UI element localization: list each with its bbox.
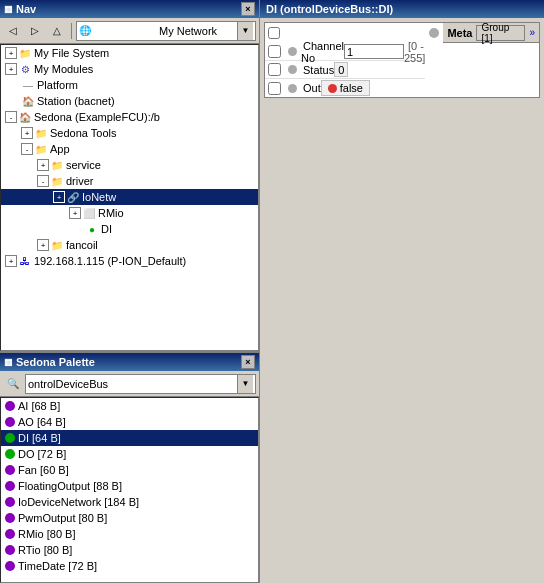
up-icon: △	[53, 25, 61, 36]
palette-list[interactable]: AI [68 B] AO [64 B] DI [64 B] DO [72 B] …	[0, 397, 259, 583]
tree-item-ip[interactable]: + 🖧 192.168.1.115 (P-ION_Default)	[1, 253, 258, 269]
toolbar-divider	[71, 23, 72, 39]
palette-item-pwmoutput[interactable]: PwmOutput [80 B]	[1, 510, 258, 526]
channelno-check-cell	[265, 45, 283, 58]
tree-toggle-mymod[interactable]: +	[5, 63, 17, 75]
expand-arrows[interactable]: »	[529, 27, 535, 38]
tree-item-service[interactable]: + 📁 service	[1, 157, 258, 173]
tree-item-platform[interactable]: — Platform	[1, 77, 258, 93]
palette-dot-timedate	[5, 561, 15, 571]
tree-label-sedonatools: Sedona Tools	[50, 127, 116, 139]
right-content: Meta Group [1] »	[260, 18, 544, 583]
tree-item-mymod[interactable]: + ⚙ My Modules	[1, 61, 258, 77]
tree-toggle-rmio[interactable]: +	[69, 207, 81, 219]
status-check-cell	[265, 63, 283, 76]
station-icon-station: 🏠	[21, 94, 35, 108]
palette-item-rtio[interactable]: RTio [80 B]	[1, 542, 258, 558]
tree-item-rmio[interactable]: + ⬜ RMio	[1, 205, 258, 221]
nav-section: ▦ Nav × ◁ ▷ △ 🌐 My Network ▼	[0, 0, 259, 353]
tree-item-sedona[interactable]: - 🏠 Sedona (ExampleFCU):/b	[1, 109, 258, 125]
tree-label-driver: driver	[66, 175, 94, 187]
nav-tree[interactable]: + 📁 My File System + ⚙ My Modules — Plat…	[0, 44, 259, 351]
palette-label-ai: AI [68 B]	[18, 400, 60, 412]
prop-row-out: Out false	[265, 79, 425, 97]
header-check-cell	[265, 23, 425, 43]
back-btn[interactable]: ◁	[3, 21, 23, 41]
palette-item-rmio[interactable]: RMio [80 B]	[1, 526, 258, 542]
palette-item-floatingoutput[interactable]: FloatingOutput [88 B]	[1, 478, 258, 494]
tree-toggle-myfs[interactable]: +	[5, 47, 17, 59]
tree-label-sedona: Sedona (ExampleFCU):/b	[34, 111, 160, 123]
status-checkbox[interactable]	[268, 63, 281, 76]
palette-section: ▦ Sedona Palette × 🔍 ontrolDeviceBus ▼ A…	[0, 353, 259, 583]
tree-toggle-app[interactable]: -	[21, 143, 33, 155]
false-dot-icon	[328, 84, 337, 93]
palette-dot-ai	[5, 401, 15, 411]
status-value: 0	[334, 62, 348, 77]
palette-item-di[interactable]: DI [64 B]	[1, 430, 258, 446]
up-btn[interactable]: △	[47, 21, 67, 41]
folder-icon-service: 📁	[50, 158, 64, 172]
tree-item-myfs[interactable]: + 📁 My File System	[1, 45, 258, 61]
channelno-checkbox[interactable]	[268, 45, 281, 58]
tree-toggle-sedona[interactable]: -	[5, 111, 17, 123]
palette-label-di: DI [64 B]	[18, 432, 61, 444]
folder-icon-app: 📁	[34, 142, 48, 156]
tree-toggle-service[interactable]: +	[37, 159, 49, 171]
tree-item-station[interactable]: 🏠 Station (bacnet)	[1, 93, 258, 109]
palette-dropdown-arrow: ▼	[237, 375, 253, 393]
palette-label-ao: AO [64 B]	[18, 416, 66, 428]
network-icon-ionetw: 🔗	[66, 190, 80, 204]
false-label: false	[340, 82, 363, 94]
palette-titlebar: ▦ Sedona Palette ×	[0, 353, 259, 371]
tree-toggle-ip[interactable]: +	[5, 255, 17, 267]
tree-toggle-driver[interactable]: -	[37, 175, 49, 187]
out-dot-cell	[283, 84, 301, 93]
right-panel: DI (ontrolDeviceBus::DI) Meta	[260, 0, 544, 583]
folder-icon-driver: 📁	[50, 174, 64, 188]
dropdown-arrow: ▼	[237, 22, 253, 40]
network-icon: 🌐	[79, 25, 157, 36]
palette-item-fan[interactable]: Fan [60 B]	[1, 462, 258, 478]
network-dropdown[interactable]: 🌐 My Network ▼	[76, 21, 256, 41]
tree-item-di[interactable]: ● DI	[1, 221, 258, 237]
palette-label-rtio: RTio [80 B]	[18, 544, 72, 556]
nav-close-btn[interactable]: ×	[241, 2, 255, 16]
channelno-input[interactable]	[344, 44, 404, 59]
rmi-icon-rmio: ⬜	[82, 206, 96, 220]
tree-toggle-fancoil[interactable]: +	[37, 239, 49, 251]
palette-item-iodevicenetwork[interactable]: IoDeviceNetwork [184 B]	[1, 494, 258, 510]
header-checkbox-area	[265, 27, 283, 39]
out-checkbox[interactable]	[268, 82, 281, 95]
out-dot	[283, 84, 301, 93]
forward-btn[interactable]: ▷	[25, 21, 45, 41]
palette-dot-iodevicenetwork	[5, 497, 15, 507]
folder-icon-fancoil: 📁	[50, 238, 64, 252]
palette-item-ao[interactable]: AO [64 B]	[1, 414, 258, 430]
palette-dropdown[interactable]: ontrolDeviceBus ▼	[25, 374, 256, 394]
palette-item-timedate[interactable]: TimeDate [72 B]	[1, 558, 258, 574]
tree-label-myfs: My File System	[34, 47, 109, 59]
tree-item-ionetw[interactable]: + 🔗 IoNetw	[1, 189, 258, 205]
palette-item-ai[interactable]: AI [68 B]	[1, 398, 258, 414]
palette-search-btn[interactable]: 🔍	[3, 374, 23, 394]
tree-item-sedonatools[interactable]: + 📁 Sedona Tools	[1, 125, 258, 141]
right-title: DI (ontrolDeviceBus::DI)	[266, 3, 393, 15]
palette-label-pwmoutput: PwmOutput [80 B]	[18, 512, 107, 524]
palette-label-fan: Fan [60 B]	[18, 464, 69, 476]
header-checkbox[interactable]	[268, 27, 280, 39]
palette-item-do[interactable]: DO [72 B]	[1, 446, 258, 462]
tree-toggle-sedonatools[interactable]: +	[21, 127, 33, 139]
tree-item-driver[interactable]: - 📁 driver	[1, 173, 258, 189]
tree-toggle-ionetw[interactable]: +	[53, 191, 65, 203]
out-check-cell	[265, 82, 283, 95]
out-value-cell: false	[321, 80, 370, 96]
palette-label-do: DO [72 B]	[18, 448, 66, 460]
tree-item-fancoil[interactable]: + 📁 fancoil	[1, 237, 258, 253]
tree-item-app[interactable]: - 📁 App	[1, 141, 258, 157]
palette-icon: ▦	[4, 357, 13, 367]
palette-close-btn[interactable]: ×	[241, 355, 255, 369]
tree-label-service: service	[66, 159, 101, 171]
prop-row-channelno: Channel No [0 - 255]	[265, 43, 425, 61]
status-dot	[283, 65, 301, 74]
